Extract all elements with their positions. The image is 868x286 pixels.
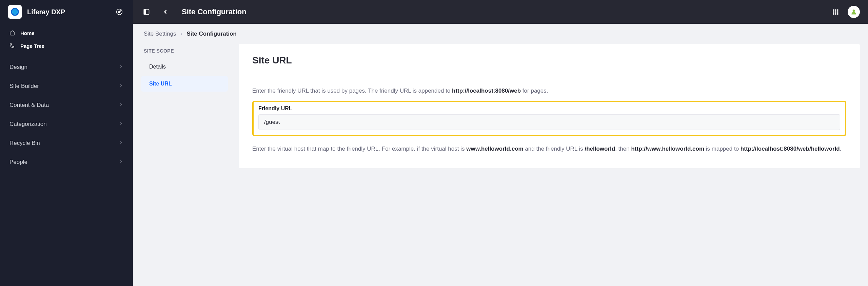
svg-rect-11 (144, 9, 146, 15)
sidebar-header: Liferay DXP (0, 0, 133, 24)
sidebar-menu-design[interactable]: Design (0, 58, 133, 77)
svg-rect-17 (837, 11, 838, 13)
virtual-host-description: Enter the virtual host that map to the f… (252, 144, 846, 153)
sidebar-item-label: Page Tree (20, 43, 44, 49)
sidebar-menu-label: Recycle Bin (9, 140, 40, 147)
sidebar-item-label: Home (20, 30, 35, 36)
chevron-right-icon (119, 140, 123, 147)
friendly-url-description: Enter the friendly URL that is used by p… (252, 86, 846, 95)
chevron-right-icon (119, 159, 123, 166)
svg-rect-8 (13, 46, 14, 48)
panel-title: Site URL (252, 55, 846, 66)
sidebar-menu-label: Design (9, 64, 27, 71)
sidebar-item-home[interactable]: Home (0, 26, 133, 39)
scope-nav: SITE SCOPE Details Site URL (141, 44, 228, 168)
sidebar-menu-site-builder[interactable]: Site Builder (0, 77, 133, 96)
sidebar: Liferay DXP Home Page Tree Des (0, 0, 133, 286)
sidebar-menu-recycle-bin[interactable]: Recycle Bin (0, 134, 133, 153)
sidebar-menu-label: Site Builder (9, 83, 39, 90)
sidebar-menu-content-data[interactable]: Content & Data (0, 96, 133, 115)
svg-rect-12 (833, 9, 834, 11)
back-button[interactable] (160, 6, 171, 17)
breadcrumb-separator: › (180, 31, 182, 37)
scope-item-site-url[interactable]: Site URL (141, 76, 228, 92)
app-title: Liferay DXP (27, 8, 114, 16)
svg-point-21 (853, 9, 855, 12)
sidebar-menu-label: Content & Data (9, 102, 49, 109)
chevron-right-icon (119, 102, 123, 109)
apps-grid-icon[interactable] (830, 6, 841, 17)
svg-rect-14 (837, 9, 838, 11)
sidebar-item-page-tree[interactable]: Page Tree (0, 39, 133, 52)
page-title: Site Configuration (182, 7, 246, 16)
sidebar-menu-people[interactable]: People (0, 153, 133, 172)
svg-marker-4 (118, 11, 120, 13)
svg-rect-16 (835, 11, 836, 13)
friendly-url-highlight: Friendly URL (252, 101, 846, 136)
user-avatar[interactable] (848, 6, 860, 18)
sidebar-menu-categorization[interactable]: Categorization (0, 115, 133, 134)
liferay-logo-icon[interactable] (8, 5, 22, 19)
chevron-right-icon (119, 83, 123, 90)
svg-point-2 (12, 9, 18, 15)
friendly-url-label: Friendly URL (258, 106, 840, 112)
sidebar-menu-label: Categorization (9, 121, 47, 128)
svg-rect-20 (837, 13, 838, 15)
home-icon (9, 30, 16, 36)
svg-rect-15 (833, 11, 834, 13)
compass-icon[interactable] (114, 6, 125, 17)
friendly-url-input[interactable] (258, 114, 840, 130)
panel-toggle-icon[interactable] (141, 6, 152, 17)
breadcrumb-current: Site Configuration (187, 31, 237, 37)
tree-icon (9, 43, 16, 49)
topbar: Site Configuration (133, 0, 868, 24)
svg-rect-13 (835, 9, 836, 11)
scope-label: SITE SCOPE (141, 44, 228, 59)
scope-item-details[interactable]: Details (141, 59, 228, 75)
svg-rect-19 (835, 13, 836, 15)
breadcrumb: Site Settings › Site Configuration (133, 24, 868, 40)
chevron-right-icon (119, 64, 123, 71)
main-panel: Site URL Enter the friendly URL that is … (239, 44, 860, 168)
svg-rect-18 (833, 13, 834, 15)
sidebar-menu-label: People (9, 159, 27, 166)
chevron-right-icon (119, 121, 123, 128)
svg-rect-5 (10, 44, 12, 45)
breadcrumb-parent[interactable]: Site Settings (144, 31, 176, 37)
